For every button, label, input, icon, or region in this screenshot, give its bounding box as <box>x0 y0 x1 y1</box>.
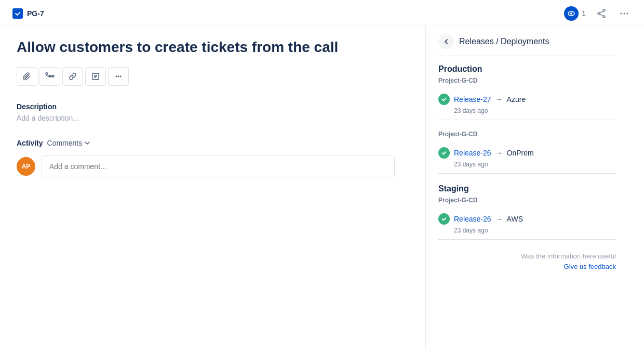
svg-point-22 <box>120 76 122 77</box>
release-27-target: Azure <box>507 95 526 103</box>
more-options-button[interactable] <box>617 6 632 21</box>
header: PG-7 1 <box>0 0 644 25</box>
svg-point-1 <box>570 12 572 15</box>
feedback-section: Was the information here useful Give us … <box>438 252 616 270</box>
activity-header: Activity Comments <box>17 139 409 147</box>
avatar: AP <box>17 157 35 176</box>
check-icon <box>438 213 450 225</box>
releases-header: Releases / Deployments <box>438 34 616 56</box>
release-26-aws-link[interactable]: Release-26 <box>454 215 491 223</box>
eye-icon <box>564 6 579 21</box>
svg-point-2 <box>603 9 605 11</box>
description-placeholder[interactable]: Add a description... <box>17 114 409 122</box>
svg-point-4 <box>598 12 600 15</box>
release-27-link[interactable]: Release-27 <box>454 95 491 103</box>
release-item: Release-26 → OnPrem 23 days ago <box>438 142 616 174</box>
hierarchy-button[interactable] <box>39 67 60 86</box>
env-onprem: Project-G-CD Release-26 → OnPrem 23 days… <box>438 131 616 174</box>
svg-point-9 <box>627 13 628 15</box>
left-panel: Allow customers to create tickets from t… <box>0 25 426 350</box>
main-content: Allow customers to create tickets from t… <box>0 25 644 350</box>
header-right: 1 <box>564 6 632 21</box>
release-row: Release-26 → OnPrem <box>438 147 616 159</box>
watch-count: 1 <box>582 9 586 18</box>
description-label: Description <box>17 102 409 111</box>
release-27-time: 23 days ago <box>454 107 616 114</box>
share-button[interactable] <box>594 6 609 21</box>
feedback-link[interactable]: Give us feedback <box>564 263 616 270</box>
arrow-icon: → <box>495 95 503 103</box>
right-panel: Releases / Deployments Production Projec… <box>426 25 628 350</box>
env-staging-name: Staging <box>438 184 616 193</box>
release-item: Release-27 → Azure 23 days ago <box>438 88 616 120</box>
page: PG-7 1 <box>0 0 644 350</box>
env-production-project: Project-G-CD <box>438 77 616 84</box>
activity-section: Activity Comments AP <box>17 139 409 177</box>
svg-point-20 <box>116 76 117 77</box>
comments-filter-button[interactable]: Comments <box>47 139 91 147</box>
release-26-aws-time: 23 days ago <box>454 227 616 234</box>
env-staging-project: Project-G-CD <box>438 197 616 204</box>
back-button[interactable] <box>438 34 454 49</box>
comment-input[interactable] <box>42 155 395 177</box>
release-item: Release-26 → AWS 23 days ago <box>438 208 616 240</box>
comments-filter-label: Comments <box>47 139 83 147</box>
watch-button[interactable]: 1 <box>564 6 586 21</box>
svg-line-5 <box>600 11 603 13</box>
release-row: Release-26 → AWS <box>438 213 616 225</box>
issue-title: Allow customers to create tickets from t… <box>17 38 380 57</box>
env-production: Production Project-G-CD Release-27 → Azu… <box>438 64 616 120</box>
release-26-onprem-link[interactable]: Release-26 <box>454 149 491 157</box>
arrow-icon: → <box>495 149 503 157</box>
toolbar <box>17 67 409 86</box>
svg-point-8 <box>624 13 625 15</box>
svg-rect-10 <box>46 73 48 74</box>
header-left: PG-7 <box>12 8 44 19</box>
feedback-text: Was the information here useful <box>438 252 616 260</box>
env-production-name: Production <box>438 64 616 74</box>
svg-point-3 <box>603 16 605 18</box>
more-toolbar-button[interactable] <box>108 67 129 86</box>
activity-label: Activity <box>17 139 43 147</box>
env-onprem-project: Project-G-CD <box>438 131 616 138</box>
release-26-onprem-time: 23 days ago <box>454 161 616 168</box>
check-icon <box>438 147 450 159</box>
release-row: Release-27 → Azure <box>438 94 616 105</box>
ticket-checkbox-icon <box>12 8 23 19</box>
comment-row: AP <box>17 155 409 177</box>
check-icon <box>438 94 450 105</box>
arrow-icon: → <box>495 215 503 223</box>
release-26-aws-target: AWS <box>507 215 523 223</box>
svg-point-7 <box>621 13 622 15</box>
env-staging: Staging Project-G-CD Release-26 → AWS 23… <box>438 184 616 240</box>
releases-panel-title: Releases / Deployments <box>459 37 549 46</box>
ticket-id: PG-7 <box>27 9 44 18</box>
release-26-onprem-target: OnPrem <box>507 149 534 157</box>
svg-point-21 <box>118 76 119 77</box>
svg-line-6 <box>600 14 603 16</box>
checklist-button[interactable] <box>85 67 106 86</box>
link-button[interactable] <box>62 67 83 86</box>
attach-button[interactable] <box>17 67 37 86</box>
